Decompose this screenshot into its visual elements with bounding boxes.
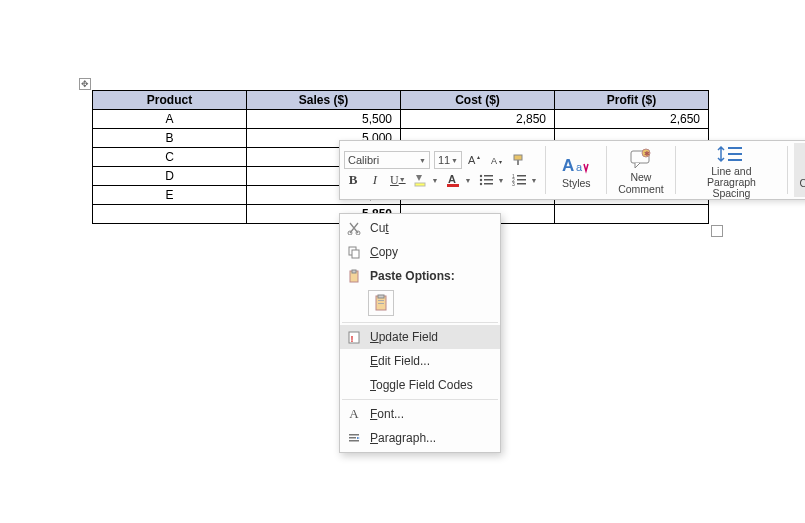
svg-point-9 <box>480 175 482 177</box>
svg-rect-6 <box>415 183 425 186</box>
underline-button[interactable]: U ▼ <box>388 171 408 189</box>
svg-rect-46 <box>349 440 359 442</box>
cell-product[interactable]: C <box>93 148 247 167</box>
svg-rect-28 <box>728 159 742 161</box>
cut-icon <box>344 219 364 237</box>
context-menu: Cut Copy Paste Options: ! Update Field <box>339 213 501 453</box>
chevron-down-icon: ▼ <box>399 176 406 184</box>
svg-text:A: A <box>468 154 476 166</box>
numbering-icon: 1 2 3 <box>512 173 530 187</box>
menu-paste-options-header: Paste Options: <box>340 264 500 288</box>
new-comment-button[interactable]: ✱ New Comment <box>613 143 668 197</box>
line-spacing-label: Line and Paragraph Spacing <box>688 166 776 199</box>
col-header-profit[interactable]: Profit ($) <box>555 91 709 110</box>
menu-cut[interactable]: Cut <box>340 216 500 240</box>
menu-toggle-field-codes[interactable]: Toggle Field Codes <box>340 373 500 397</box>
chevron-down-icon: ▼ <box>451 157 458 164</box>
cell-product[interactable]: A <box>93 110 247 129</box>
menu-label: Paste Options: <box>370 269 455 283</box>
menu-update-field[interactable]: ! Update Field <box>340 325 500 349</box>
svg-rect-37 <box>352 270 356 273</box>
highlight-button[interactable]: ▼ <box>412 171 441 189</box>
styles-icon: A a <box>562 154 590 176</box>
font-name-select[interactable]: Calibri ▼ <box>344 151 430 169</box>
table-row[interactable]: A 5,500 2,850 2,650 <box>93 110 709 129</box>
svg-rect-10 <box>484 175 493 177</box>
svg-text:A: A <box>491 156 497 166</box>
svg-rect-35 <box>352 250 359 258</box>
line-spacing-button[interactable]: Line and Paragraph Spacing <box>682 143 782 197</box>
paste-keep-source-button[interactable] <box>368 290 394 316</box>
chevron-down-icon: ▼ <box>530 177 537 184</box>
menu-label: Cut <box>370 221 389 235</box>
new-comment-label: New Comment <box>618 172 664 194</box>
cell-product[interactable]: E <box>93 186 247 205</box>
menu-label: Copy <box>370 245 398 259</box>
menu-label: Toggle Field Codes <box>370 378 473 392</box>
cell-cost[interactable]: 2,850 <box>401 110 555 129</box>
svg-text:A: A <box>562 156 574 175</box>
svg-rect-18 <box>517 179 526 181</box>
bold-button[interactable]: B <box>344 171 362 189</box>
svg-point-11 <box>480 179 482 181</box>
cell-sales[interactable]: 5,500 <box>247 110 401 129</box>
chevron-down-icon: ▼ <box>465 177 472 184</box>
svg-rect-40 <box>378 300 384 301</box>
new-comment-icon: ✱ <box>629 148 653 170</box>
svg-text:a: a <box>576 161 583 173</box>
grow-font-icon: A▴ <box>468 153 482 167</box>
separator <box>675 146 676 194</box>
cell-profit[interactable]: 2,650 <box>555 110 709 129</box>
format-painter-button[interactable] <box>510 151 528 169</box>
svg-rect-27 <box>728 153 742 155</box>
font-size-select[interactable]: 11 ▼ <box>434 151 462 169</box>
svg-rect-14 <box>484 183 493 185</box>
svg-rect-4 <box>514 155 522 160</box>
font-icon: A <box>344 405 364 423</box>
styles-label: Styles <box>562 178 591 189</box>
separator <box>606 146 607 194</box>
numbering-button[interactable]: 1 2 3 ▼ <box>510 171 539 189</box>
cell-empty[interactable] <box>555 205 709 224</box>
menu-separator <box>342 399 498 400</box>
styles-button[interactable]: A a Styles <box>552 143 600 197</box>
center-align-button[interactable]: Cente <box>794 143 805 197</box>
menu-edit-field[interactable]: Edit Field... <box>340 349 500 373</box>
font-name-value: Calibri <box>348 154 379 166</box>
table-resize-handle[interactable] <box>711 225 723 237</box>
col-header-sales[interactable]: Sales ($) <box>247 91 401 110</box>
chevron-down-icon: ▼ <box>432 177 439 184</box>
font-color-button[interactable]: A▼ <box>445 171 474 189</box>
cell-product[interactable]: B <box>93 129 247 148</box>
menu-font[interactable]: A Font... <box>340 402 500 426</box>
svg-point-13 <box>480 183 482 185</box>
bullets-button[interactable]: ▼ <box>477 171 506 189</box>
mini-toolbar: Calibri ▼ 11 ▼ A▴ A▾ B I <box>339 140 805 200</box>
svg-rect-45 <box>349 437 356 439</box>
menu-label: Edit Field... <box>370 354 430 368</box>
table-move-handle[interactable]: ✥ <box>79 78 91 90</box>
menu-paragraph[interactable]: Paragraph... <box>340 426 500 450</box>
highlight-icon <box>414 173 432 187</box>
format-painter-icon <box>512 153 526 167</box>
cell-product[interactable]: D <box>93 167 247 186</box>
shrink-font-button[interactable]: A▾ <box>488 151 506 169</box>
line-spacing-icon <box>717 143 745 165</box>
svg-rect-16 <box>517 175 526 177</box>
shrink-font-icon: A▾ <box>490 153 504 167</box>
col-header-cost[interactable]: Cost ($) <box>401 91 555 110</box>
table-header-row: Product Sales ($) Cost ($) Profit ($) <box>93 91 709 110</box>
svg-rect-26 <box>728 147 742 149</box>
blank-icon <box>344 376 364 394</box>
font-color-icon: A <box>447 173 465 187</box>
cell-empty[interactable] <box>93 205 247 224</box>
col-header-product[interactable]: Product <box>93 91 247 110</box>
italic-button[interactable]: I <box>366 171 384 189</box>
paragraph-icon <box>344 429 364 447</box>
grow-font-button[interactable]: A▴ <box>466 151 484 169</box>
center-label: Cente <box>800 178 805 189</box>
menu-copy[interactable]: Copy <box>340 240 500 264</box>
svg-text:3: 3 <box>512 181 515 187</box>
paste-icon <box>344 267 364 285</box>
chevron-down-icon: ▼ <box>497 177 504 184</box>
